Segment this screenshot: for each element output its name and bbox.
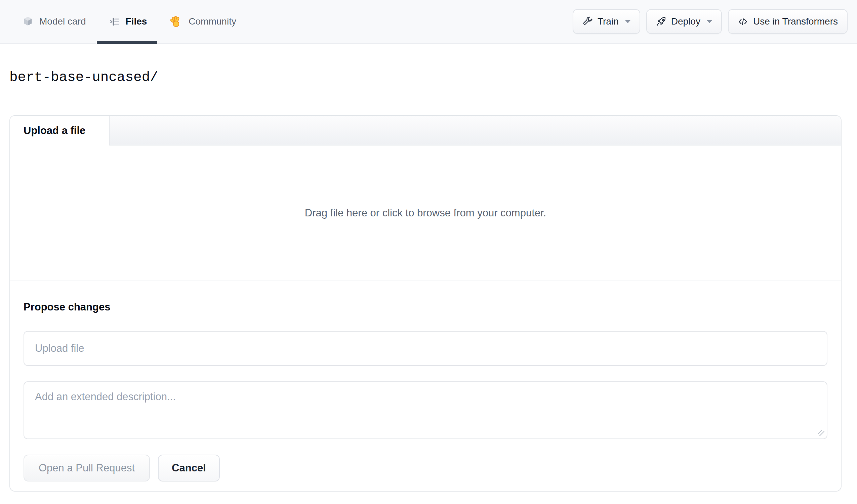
open-pull-request-button[interactable]: Open a Pull Request (23, 455, 150, 482)
tab-community-label: Community (188, 16, 236, 27)
rocket-icon (656, 16, 666, 27)
train-button[interactable]: Train (573, 9, 640, 34)
code-icon (738, 16, 748, 27)
extended-description-textarea[interactable] (23, 381, 827, 439)
use-in-transformers-button[interactable]: Use in Transformers (728, 9, 847, 34)
cancel-button[interactable]: Cancel (158, 455, 220, 482)
files-list-icon (110, 16, 120, 27)
waving-hand-icon (170, 15, 183, 28)
chevron-down-icon (707, 20, 712, 23)
dropzone-hint: Drag file here or click to browse from y… (305, 207, 546, 219)
repo-action-buttons: Train Deploy (573, 0, 847, 43)
tab-model-card[interactable]: Model card (22, 0, 86, 43)
deploy-button-label: Deploy (671, 16, 700, 27)
cube-icon (22, 16, 34, 27)
tab-upload-a-file[interactable]: Upload a file (10, 116, 110, 146)
description-field-wrapper (23, 381, 827, 439)
use-in-transformers-label: Use in Transformers (753, 16, 838, 27)
repo-tabs: Model card Files (22, 0, 260, 43)
form-actions: Open a Pull Request Cancel (23, 455, 827, 482)
deploy-button[interactable]: Deploy (646, 9, 722, 34)
propose-changes-heading: Propose changes (23, 301, 827, 314)
tab-model-card-label: Model card (39, 16, 86, 27)
train-button-label: Train (598, 16, 619, 27)
upload-panel-tabbar: Upload a file (10, 116, 841, 146)
tabbar-filler (110, 116, 841, 146)
repo-tab-bar: Model card Files (0, 0, 857, 44)
propose-changes-section: Propose changes Open a Pull Request Canc… (10, 281, 841, 491)
upload-filename-input[interactable] (23, 331, 827, 366)
tab-files[interactable]: Files (110, 0, 147, 43)
wrench-icon (583, 16, 592, 27)
tab-community[interactable]: Community (170, 0, 236, 43)
file-dropzone[interactable]: Drag file here or click to browse from y… (10, 146, 841, 281)
repo-path: bert-base-uncased/ (10, 69, 857, 85)
textarea-resize-handle[interactable] (818, 430, 824, 436)
tab-files-label: Files (126, 16, 147, 27)
chevron-down-icon (625, 20, 631, 23)
upload-panel: Upload a file Drag file here or click to… (10, 115, 842, 491)
